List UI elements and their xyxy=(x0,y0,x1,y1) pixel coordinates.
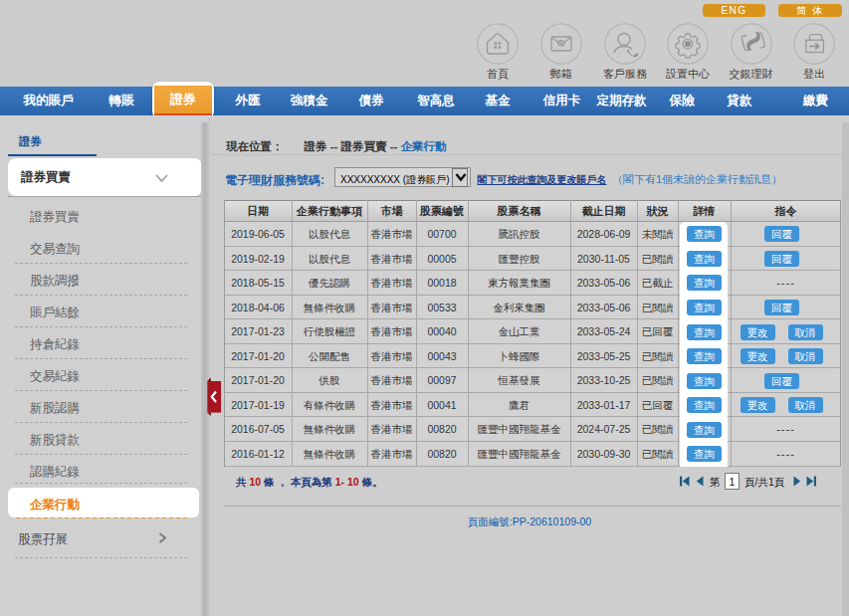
svg-text:@: @ xyxy=(557,40,564,47)
